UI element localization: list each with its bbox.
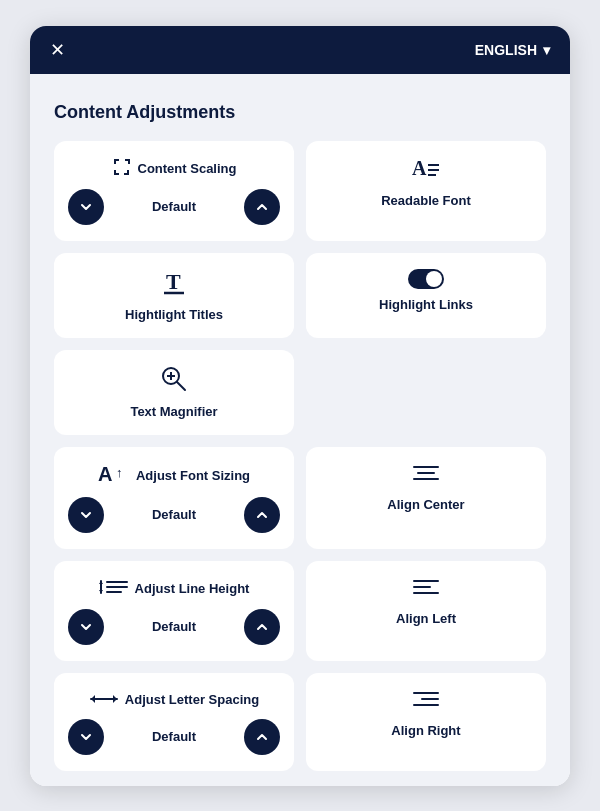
content-scaling-up-btn[interactable] <box>244 189 280 225</box>
text-magnifier-icon <box>161 366 187 396</box>
highlight-titles-label: Hightlight Titles <box>125 307 223 322</box>
content-scaling-value: Default <box>114 199 234 214</box>
adjust-line-height-header: Adjust Line Height <box>68 577 280 601</box>
font-sizing-down-btn[interactable] <box>68 497 104 533</box>
topbar: ✕ ENGLISH ▾ <box>30 26 570 74</box>
svg-text:↑: ↑ <box>116 465 123 480</box>
close-button[interactable]: ✕ <box>50 41 65 59</box>
main-window: ✕ ENGLISH ▾ Content Adjustments Content … <box>30 26 570 786</box>
section-title: Content Adjustments <box>54 102 546 123</box>
text-magnifier-label: Text Magnifier <box>130 404 217 419</box>
adjust-line-height-card[interactable]: Adjust Line Height Default <box>54 561 294 661</box>
svg-text:T: T <box>166 269 181 294</box>
align-left-label: Align Left <box>396 611 456 626</box>
highlight-titles-card[interactable]: T Hightlight Titles <box>54 253 294 338</box>
align-left-icon <box>412 577 440 603</box>
toggle-knob <box>426 271 442 287</box>
adjust-font-sizing-header: A ↑ Adjust Font Sizing <box>68 463 280 489</box>
font-sizing-up-btn[interactable] <box>244 497 280 533</box>
readable-font-icon: A <box>412 157 440 185</box>
highlight-links-toggle-wrap <box>408 269 444 289</box>
highlight-links-label: Highlight Links <box>379 297 473 312</box>
language-label: ENGLISH <box>475 42 537 58</box>
readable-font-card[interactable]: A Readable Font <box>306 141 546 241</box>
adjust-line-height-value: Default <box>114 619 234 634</box>
content-scaling-header: Content Scaling <box>68 157 280 181</box>
line-height-up-btn[interactable] <box>244 609 280 645</box>
content-scaling-card[interactable]: Content Scaling Default <box>54 141 294 241</box>
svg-line-7 <box>177 382 185 390</box>
content-area: Content Adjustments Content Scaling <box>30 74 570 786</box>
highlight-links-card[interactable]: Highlight Links <box>306 253 546 338</box>
highlight-titles-icon: T <box>162 269 186 299</box>
letter-spacing-up-btn[interactable] <box>244 719 280 755</box>
adjust-line-height-icon <box>99 577 129 601</box>
cards-grid: Content Scaling Default A <box>54 141 546 771</box>
adjust-font-sizing-label: Adjust Font Sizing <box>136 468 250 483</box>
letter-spacing-down-btn[interactable] <box>68 719 104 755</box>
adjust-letter-spacing-value: Default <box>114 729 234 744</box>
content-scaling-stepper: Default <box>68 189 280 225</box>
adjust-font-sizing-icon: A ↑ <box>98 463 130 489</box>
adjust-line-height-label: Adjust Line Height <box>135 581 250 596</box>
content-scaling-icon <box>112 157 132 181</box>
svg-text:A: A <box>412 157 427 179</box>
align-center-label: Align Center <box>387 497 464 512</box>
align-left-card[interactable]: Align Left <box>306 561 546 661</box>
adjust-line-height-stepper: Default <box>68 609 280 645</box>
svg-text:A: A <box>98 463 112 485</box>
adjust-letter-spacing-label: Adjust Letter Spacing <box>125 692 259 707</box>
readable-font-label: Readable Font <box>381 193 471 208</box>
adjust-font-sizing-card[interactable]: A ↑ Adjust Font Sizing Default <box>54 447 294 549</box>
content-scaling-label: Content Scaling <box>138 161 237 176</box>
adjust-letter-spacing-header: Adjust Letter Spacing <box>68 689 280 711</box>
adjust-font-sizing-value: Default <box>114 507 234 522</box>
adjust-letter-spacing-icon <box>89 689 119 711</box>
align-right-label: Align Right <box>391 723 460 738</box>
align-center-icon <box>412 463 440 489</box>
align-right-card[interactable]: Align Right <box>306 673 546 771</box>
adjust-font-sizing-stepper: Default <box>68 497 280 533</box>
adjust-letter-spacing-stepper: Default <box>68 719 280 755</box>
align-center-card[interactable]: Align Center <box>306 447 546 549</box>
adjust-letter-spacing-card[interactable]: Adjust Letter Spacing Default <box>54 673 294 771</box>
line-height-down-btn[interactable] <box>68 609 104 645</box>
highlight-links-toggle[interactable] <box>408 269 444 289</box>
language-selector[interactable]: ENGLISH ▾ <box>475 42 550 58</box>
align-right-icon <box>412 689 440 715</box>
content-scaling-down-btn[interactable] <box>68 189 104 225</box>
text-magnifier-card[interactable]: Text Magnifier <box>54 350 294 435</box>
chevron-down-icon: ▾ <box>543 42 550 58</box>
